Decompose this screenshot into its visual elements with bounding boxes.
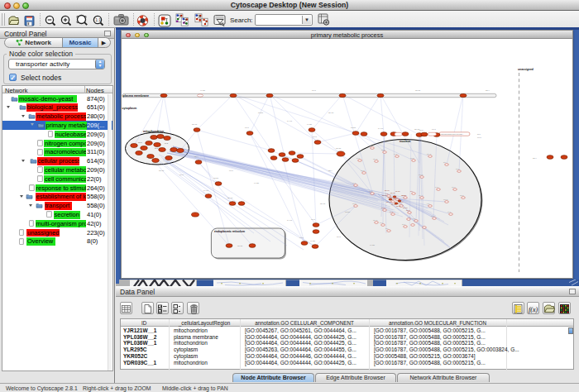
svg-text:qr-e: qr-e: [402, 223, 406, 225]
svg-text:ab-0c: ab-0c: [396, 205, 401, 207]
svg-text:cd-21: cd-21: [258, 112, 264, 114]
svg-text:ab--1: ab--1: [373, 219, 378, 221]
svg-text:ref-1: ref-1: [245, 127, 250, 129]
svg-text:nucleus: nucleus: [400, 140, 411, 143]
svg-text:ab-cd: ab-cd: [328, 112, 334, 114]
svg-text:xx-2a: xx-2a: [310, 240, 316, 242]
svg-text:nn-b: nn-b: [179, 174, 184, 176]
svg-text:qr-e: qr-e: [456, 168, 460, 170]
svg-text:ab-5c: ab-5c: [393, 198, 398, 199]
svg-text:ref-1: ref-1: [432, 128, 437, 131]
svg-text:aa-aa: aa-aa: [159, 170, 165, 172]
svg-text:b2-x: b2-x: [328, 170, 333, 172]
svg-text:cd-21: cd-21: [213, 177, 219, 179]
svg-text:ab-7c: ab-7c: [386, 201, 391, 203]
svg-text:ab-1c: ab-1c: [390, 192, 395, 194]
svg-text:st-f: st-f: [385, 227, 389, 229]
svg-text:fa-b: fa-b: [477, 133, 481, 135]
svg-text:a-441: a-441: [287, 120, 293, 122]
svg-text:ab--1: ab--1: [373, 158, 378, 160]
svg-text:unassigned: unassigned: [518, 68, 534, 71]
svg-text:cd-2: cd-2: [361, 170, 365, 171]
svg-text:xx-2a: xx-2a: [370, 244, 376, 246]
svg-text:xx-2a: xx-2a: [307, 123, 313, 126]
svg-text:st-f: st-f: [410, 190, 414, 192]
svg-text:ad-2: ad-2: [138, 141, 142, 143]
svg-text:plasma membrane: plasma membrane: [123, 94, 150, 98]
svg-text:ab--1: ab--1: [427, 153, 432, 155]
svg-text:cd-21: cd-21: [351, 127, 356, 129]
svg-text:ab-0c: ab-0c: [385, 189, 390, 191]
svg-text:aa-aa: aa-aa: [237, 245, 243, 247]
svg-text:a-441: a-441: [203, 189, 209, 192]
svg-text:ref-1: ref-1: [477, 136, 482, 139]
svg-text:ref-1: ref-1: [299, 237, 304, 239]
svg-text:ab--1: ab--1: [419, 194, 423, 196]
svg-text:mn-d: mn-d: [443, 198, 448, 200]
svg-text:op-4: op-4: [431, 215, 435, 217]
svg-text:op-4: op-4: [452, 186, 456, 188]
svg-text:a-441: a-441: [378, 127, 384, 130]
svg-text:nn-b: nn-b: [313, 136, 317, 138]
svg-text:ab-cd: ab-cd: [320, 203, 326, 205]
svg-text:ab-3c: ab-3c: [401, 194, 406, 196]
svg-text:b2-x: b2-x: [486, 89, 490, 92]
svg-text:b2-x: b2-x: [533, 157, 537, 160]
svg-text:gh-b: gh-b: [406, 209, 410, 211]
svg-text:cd-2: cd-2: [352, 203, 356, 204]
svg-text:f(x): f(x): [529, 306, 538, 313]
svg-text:cd-2: cd-2: [410, 157, 414, 159]
svg-text:ab-6c: ab-6c: [399, 201, 404, 203]
svg-text:ab-1c: ab-1c: [403, 207, 408, 208]
svg-text:aa-aa: aa-aa: [415, 89, 421, 92]
svg-text:1:1: 1:1: [95, 17, 101, 22]
svg-text:aa-2: aa-2: [419, 129, 423, 131]
svg-text:mitochondrial inner membr...: mitochondrial inner membr...: [441, 133, 464, 135]
svg-text:gh-b: gh-b: [460, 194, 464, 196]
svg-text:mitochondrion: mitochondrion: [143, 130, 164, 133]
svg-text:ab-cd: ab-cd: [192, 123, 198, 126]
svg-text:cd-2: cd-2: [381, 207, 385, 208]
svg-text:ab-2c: ab-2c: [382, 194, 387, 196]
svg-text:ab-2c: ab-2c: [395, 190, 400, 192]
svg-text:qr-e: qr-e: [398, 203, 402, 204]
svg-text:nn-b: nn-b: [311, 218, 315, 221]
svg-text:xx-2a: xx-2a: [200, 89, 206, 92]
svg-text:xx-2a: xx-2a: [254, 182, 260, 184]
svg-text:ab-cd: ab-cd: [227, 197, 233, 199]
svg-text:st-f: st-f: [443, 161, 447, 163]
svg-text:b2-x: b2-x: [194, 155, 199, 158]
svg-text:ab-cd: ab-cd: [414, 128, 420, 131]
svg-text:aa-aa: aa-aa: [336, 147, 342, 150]
svg-text:a-441: a-441: [287, 219, 293, 222]
svg-text:cd-21: cd-21: [345, 211, 351, 213]
svg-text:nn-b: nn-b: [312, 89, 316, 92]
svg-text:cytoplasm: cytoplasm: [122, 107, 137, 110]
svg-text:ref-1: ref-1: [229, 170, 234, 172]
svg-text:endoplasmic reticulum: endoplasmic reticulum: [214, 230, 245, 233]
svg-text:gh-b: gh-b: [381, 149, 385, 151]
svg-text:gh-b: gh-b: [369, 190, 373, 192]
svg-text:nn-b: nn-b: [337, 236, 341, 238]
svg-text:mn-d: mn-d: [419, 174, 423, 175]
